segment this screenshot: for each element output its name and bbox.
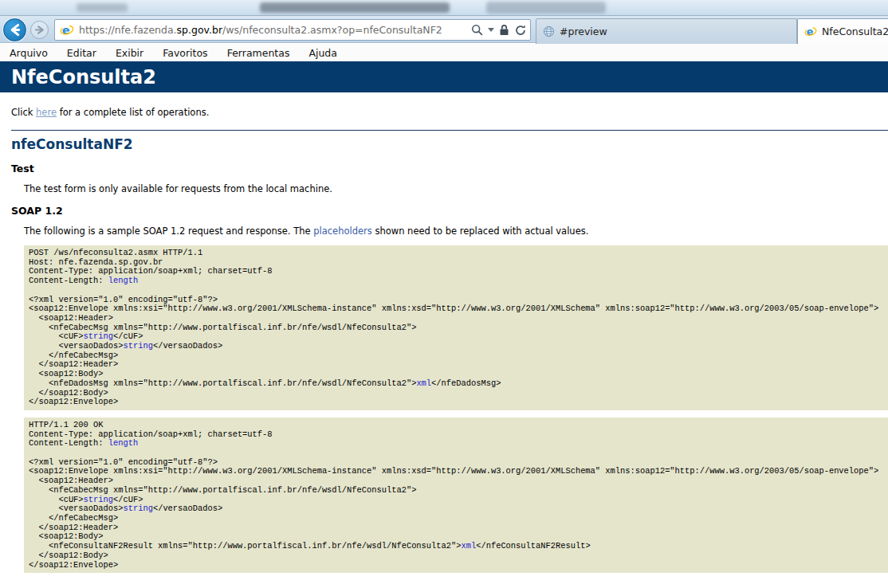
- address-bar[interactable]: e https://nfe.fazenda.sp.gov.br/ws/nfeco…: [54, 19, 531, 41]
- menu-ajuda[interactable]: Ajuda: [302, 45, 344, 61]
- menu-bar: Arquivo Editar Exibir Favoritos Ferramen…: [0, 44, 888, 61]
- arrow-right-icon: [31, 22, 48, 38]
- menu-arquivo[interactable]: Arquivo: [3, 45, 54, 61]
- menu-favoritos[interactable]: Favoritos: [156, 45, 214, 61]
- address-dropdown-icon[interactable]: [488, 28, 494, 32]
- operation-heading: nfeConsultaNF2: [11, 136, 888, 152]
- divider: [11, 130, 888, 131]
- soap12-heading: SOAP 1.2: [11, 205, 888, 217]
- tab-strip: #preview e NfeConsulta2 We: [536, 18, 888, 44]
- test-text: The test form is only available for requ…: [24, 183, 888, 194]
- placeholders-link[interactable]: placeholders: [313, 225, 372, 237]
- page-banner: NfeConsulta2: [0, 61, 888, 92]
- test-heading: Test: [11, 163, 888, 174]
- blurred-title-artifact: [260, 2, 450, 13]
- search-icon[interactable]: [471, 24, 483, 36]
- blurred-title-artifact: [486, 2, 606, 14]
- operations-line: Click here for a complete list of operat…: [11, 107, 888, 118]
- tab-label: NfeConsulta2 We: [822, 25, 888, 37]
- tab-preview[interactable]: #preview: [536, 18, 797, 44]
- tab-label: #preview: [560, 25, 607, 37]
- forward-button[interactable]: [30, 21, 49, 39]
- operations-list-link[interactable]: here: [36, 107, 57, 118]
- back-button[interactable]: [3, 18, 26, 41]
- menu-editar[interactable]: Editar: [61, 45, 103, 61]
- menu-exibir[interactable]: Exibir: [109, 45, 150, 61]
- ie-icon: e: [804, 25, 817, 38]
- blurred-title-artifact: [77, 3, 128, 12]
- globe-icon: [543, 25, 555, 37]
- arrow-left-icon: [4, 19, 26, 41]
- browser-window: e https://nfe.fazenda.sp.gov.br/ws/nfeco…: [0, 0, 888, 588]
- background-window-titlebar: [0, 0, 888, 15]
- tab-nfeconsulta2[interactable]: e NfeConsulta2 We: [797, 18, 888, 44]
- page-content: Click here for a complete list of operat…: [0, 92, 888, 573]
- ie-favicon: e: [60, 23, 74, 37]
- url-text: https://nfe.fazenda.sp.gov.br/ws/nfecons…: [79, 24, 471, 36]
- soap-request-sample: POST /ws/nfeconsulta2.asmx HTTP/1.1Host:…: [24, 245, 888, 410]
- menu-ferramentas[interactable]: Ferramentas: [221, 45, 297, 61]
- refresh-icon[interactable]: [514, 24, 527, 37]
- soap-response-sample: HTTP/1.1 200 OKContent-Type: application…: [24, 417, 888, 573]
- lock-icon: [499, 24, 509, 36]
- soap12-description: The following is a sample SOAP 1.2 reque…: [24, 225, 888, 237]
- browser-navigation-bar: e https://nfe.fazenda.sp.gov.br/ws/nfeco…: [0, 15, 888, 43]
- page-title: NfeConsulta2: [11, 66, 156, 88]
